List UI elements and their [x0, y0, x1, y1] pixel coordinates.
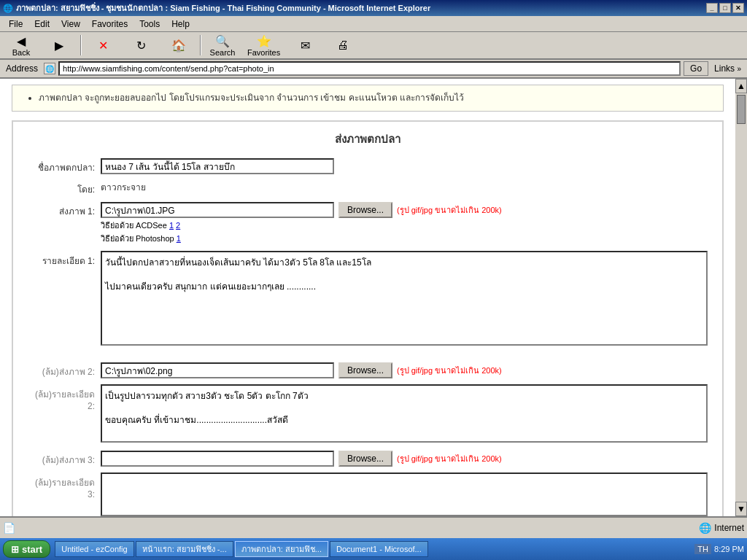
taskbar-right: TH 8:29 PM: [694, 544, 744, 554]
refresh-button[interactable]: ↻: [123, 36, 159, 55]
search-icon: 🔍: [215, 34, 230, 48]
send3-file-row: Browse... (รูป gif/jpg ขนาดไม่เกิน 200k): [101, 451, 708, 467]
home-icon: 🏠: [171, 39, 186, 52]
menu-view[interactable]: View: [55, 18, 86, 31]
notice-box: ภาพตกปลา จะถูกทะยอยลบออกไป โดยโปรแกรมจะป…: [12, 85, 724, 112]
address-input[interactable]: [58, 61, 681, 76]
back-button[interactable]: ◀ Back: [3, 32, 39, 59]
menu-edit[interactable]: Edit: [28, 18, 55, 31]
toolbar-separator-2: [200, 35, 201, 55]
scroll-down-arrow[interactable]: ▼: [735, 502, 747, 516]
browse3-button[interactable]: Browse...: [338, 451, 392, 467]
send2-file-input[interactable]: [101, 362, 334, 378]
search-button[interactable]: 🔍 Search: [204, 32, 241, 59]
menu-favorites[interactable]: Favorites: [86, 18, 133, 31]
stop-button[interactable]: ✕: [85, 36, 121, 55]
window-title: ภาพตกปลา: สยามฟิชชิ่ง - ชุมชนนักตกปลา : …: [16, 1, 430, 15]
links-button[interactable]: Links »: [711, 63, 744, 74]
detail1-row: รายละเอียด 1: วันนี้ไปตกปลาสวายที่หนองเจ…: [28, 251, 708, 348]
mail-icon: ✉: [301, 39, 310, 52]
form-box: ส่งภาพตกปลา ชื่อภาพตกปลา: โดย: ตาวกระจาย…: [12, 120, 724, 516]
taskbar-item-2[interactable]: ภาพตกปลา: สยามฟิช...: [235, 541, 328, 557]
detail2-label: (ล้ม)รายละเอียด 2:: [28, 384, 101, 411]
favorites-label: Favorites: [247, 48, 280, 57]
send2-control: Browse... (รูป gif/jpg ขนาดไม่เกิน 200k): [101, 362, 708, 378]
notice-bullet: ภาพตกปลา จะถูกทะยอยลบออกไป โดยโปรแกรมจะป…: [39, 91, 711, 105]
scroll-thumb[interactable]: [737, 95, 746, 124]
send1-file-row: Browse... (รูป gif/jpg ขนาดไม่เกิน 200k): [101, 202, 708, 218]
send3-label: (ล้ม)ส่งภาพ 3:: [28, 451, 101, 467]
menu-bar: File Edit View Favorites Tools Help: [0, 16, 747, 32]
home-button[interactable]: 🏠: [160, 36, 197, 55]
address-icon: 🌐: [44, 63, 55, 74]
scrollbar[interactable]: ▲ ▼: [735, 79, 747, 516]
acdsee-link-1[interactable]: 1: [169, 221, 174, 230]
send1-hint: (รูป gif/jpg ขนาดไม่เกิน 200k): [397, 203, 502, 217]
menu-tools[interactable]: Tools: [133, 18, 166, 31]
send2-hint: (รูป gif/jpg ขนาดไม่เกิน 200k): [397, 364, 502, 377]
toolbar: ◀ Back ▶ ✕ ↻ 🏠 🔍 Search ⭐ Favorites ✉ 🖨: [0, 32, 747, 60]
menu-file[interactable]: File: [3, 18, 28, 31]
detail2-row: (ล้ม)รายละเอียด 2: เป็นรูปปลารวมทุกตัว ส…: [28, 384, 708, 445]
clock: 8:29 PM: [714, 545, 744, 553]
by-value: ตาวกระจาย: [101, 180, 146, 192]
fish-name-label: ชื่อภาพตกปลา:: [28, 158, 101, 174]
menu-help[interactable]: Help: [166, 18, 196, 31]
send3-control: Browse... (รูป gif/jpg ขนาดไม่เกิน 200k): [101, 451, 708, 467]
page-content-area: ภาพตกปลา จะถูกทะยอยลบออกไป โดยโปรแกรมจะป…: [0, 79, 735, 516]
favorites-button[interactable]: ⭐ Favorites: [242, 32, 285, 59]
favorites-icon: ⭐: [257, 34, 271, 48]
status-page-icon: 📄: [3, 522, 15, 534]
start-button[interactable]: ⊞ start: [3, 540, 50, 558]
minimize-button[interactable]: _: [706, 3, 718, 13]
detail3-label: (ล้ม)รายละเอียด 3:: [28, 472, 101, 499]
print-button[interactable]: 🖨: [325, 36, 361, 54]
photoshop-link-1[interactable]: 1: [177, 234, 181, 243]
send1-control: Browse... (รูป gif/jpg ขนาดไม่เกิน 200k)…: [101, 202, 708, 245]
back-icon: ◀: [17, 34, 26, 48]
browse2-button[interactable]: Browse...: [338, 362, 392, 378]
windows-logo: ⊞: [11, 544, 19, 555]
by-label: โดย:: [28, 180, 101, 196]
go-button[interactable]: Go: [684, 61, 708, 76]
mail-button[interactable]: ✉: [287, 36, 323, 55]
status-right: 🌐 Internet: [699, 522, 744, 534]
send1-file-input[interactable]: [101, 202, 334, 218]
forward-icon: ▶: [55, 39, 63, 52]
taskbar-item-3[interactable]: Document1 - Microsof...: [330, 541, 428, 557]
taskbar-item-1[interactable]: หน้าแรก: สยามฟิชชิ่ง -...: [136, 541, 233, 557]
title-bar: 🌐 ภาพตกปลา: สยามฟิชชิ่ง - ชุมชนนักตกปลา …: [0, 0, 747, 16]
send2-row: (ล้ม)ส่งภาพ 2: Browse... (รูป gif/jpg ขน…: [28, 362, 708, 378]
taskbar-item-0[interactable]: Untitled - ezConfig: [55, 541, 134, 557]
address-label: Address: [3, 63, 41, 74]
browse1-button[interactable]: Browse...: [338, 202, 392, 218]
internet-icon: 🌐: [699, 522, 711, 534]
taskbar-items: Untitled - ezConfig หน้าแรก: สยามฟิชชิ่ง…: [55, 541, 693, 557]
forward-button[interactable]: ▶: [41, 36, 77, 55]
stop-icon: ✕: [98, 39, 108, 52]
close-button[interactable]: ✕: [732, 3, 744, 13]
detail3-textarea[interactable]: [101, 472, 708, 516]
back-label: Back: [12, 48, 30, 57]
by-control: ตาวกระจาย: [101, 180, 708, 194]
fish-name-row: ชื่อภาพตกปลา:: [28, 158, 708, 174]
detail3-row: (ล้ม)รายละเอียด 3:: [28, 472, 708, 516]
photoshop-label: วิธีย่อด้วย Photoshop: [101, 234, 177, 243]
acdsee-link-2[interactable]: 2: [176, 221, 180, 230]
scroll-up-arrow[interactable]: ▲: [735, 79, 747, 93]
detail2-textarea[interactable]: เป็นรูปปลารวมทุกตัว สวาย3ตัว ชะโด 5ตัว ต…: [101, 384, 708, 443]
detail2-control: เป็นรูปปลารวมทุกตัว สวาย3ตัว ชะโด 5ตัว ต…: [101, 384, 708, 445]
detail1-control: วันนี้ไปตกปลาสวายที่หนองเจ็ดเส้นมาครับ ไ…: [101, 251, 708, 348]
ie-icon: 🌐: [3, 4, 13, 13]
fish-name-input[interactable]: [101, 158, 334, 174]
taskbar: ⊞ start Untitled - ezConfig หน้าแรก: สยา…: [0, 538, 747, 560]
send1-label: ส่งภาพ 1:: [28, 202, 101, 218]
send2-file-row: Browse... (รูป gif/jpg ขนาดไม่เกิน 200k): [101, 362, 708, 378]
send3-file-input[interactable]: [101, 451, 334, 467]
internet-label: Internet: [714, 523, 744, 533]
detail1-textarea[interactable]: วันนี้ไปตกปลาสวายที่หนองเจ็ดเส้นมาครับ ไ…: [101, 251, 708, 346]
detail1-label: รายละเอียด 1:: [28, 251, 101, 268]
acdsee-label: วิธีย่อด้วย ACDSee: [101, 221, 169, 230]
maximize-button[interactable]: □: [719, 3, 731, 13]
status-bar: 📄 🌐 Internet: [0, 516, 747, 538]
